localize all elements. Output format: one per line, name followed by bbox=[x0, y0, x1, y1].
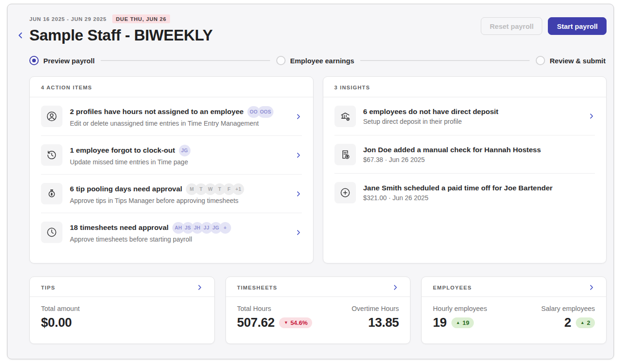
insight-title: Jane Smith scheduled a paid time off for… bbox=[363, 184, 553, 192]
profile-badge: OOS bbox=[258, 106, 273, 118]
action-item-clock-out[interactable]: 1 employee forgot to clock-out JG Update… bbox=[30, 136, 313, 174]
user-circle-icon bbox=[41, 106, 62, 127]
chevron-right-icon[interactable] bbox=[588, 113, 595, 120]
title-row: Sample Staff - BIWEEKLY bbox=[16, 27, 212, 44]
chevron-right-icon[interactable] bbox=[295, 190, 302, 197]
insights-header: 3 INSIGHTS bbox=[323, 77, 607, 97]
start-payroll-button[interactable]: Start payroll bbox=[548, 17, 607, 35]
action-item-title: 18 timesheets need approval bbox=[70, 223, 169, 232]
chevron-right-icon[interactable] bbox=[588, 284, 595, 291]
total-hours-metric: Total Hours 507.62 ▼54.6% bbox=[237, 305, 313, 330]
delta-down-badge: ▼54.6% bbox=[279, 317, 312, 328]
delta-value: 19 bbox=[463, 319, 469, 326]
chevron-right-icon[interactable] bbox=[295, 152, 302, 159]
metric-value: 13.85 bbox=[368, 316, 399, 330]
delta-value: 2 bbox=[587, 319, 590, 326]
stats-cards-row: TIPS Total amount $0.00 TIMESHEETS bbox=[29, 276, 607, 344]
triangle-up-icon: ▲ bbox=[580, 321, 585, 325]
action-item-body: 1 employee forgot to clock-out JG Update… bbox=[70, 145, 191, 166]
action-item-tip-pooling[interactable]: 6 tip pooling days need approval M T W T… bbox=[30, 175, 313, 213]
delta-value: 54.6% bbox=[290, 319, 307, 326]
tips-total-metric: Total amount $0.00 bbox=[41, 305, 80, 330]
summary-cards-row: 4 ACTION ITEMS 2 profiles have hours not… bbox=[29, 76, 607, 263]
tips-card: TIPS Total amount $0.00 bbox=[29, 276, 215, 344]
metric-value: 2 bbox=[564, 316, 571, 330]
step-label: Employee earnings bbox=[290, 57, 355, 65]
profile-badge: JG bbox=[179, 145, 191, 156]
step-connector bbox=[101, 60, 270, 61]
insight-subtitle: $321.00 · Jun 26 2025 bbox=[363, 194, 553, 202]
step-radio-icon bbox=[276, 56, 286, 65]
action-item-body: 6 tip pooling days need approval M T W T… bbox=[70, 183, 244, 204]
metric-label: Salary employees bbox=[541, 305, 595, 312]
step-label: Review & submit bbox=[550, 57, 606, 65]
metric-value: 19 bbox=[433, 316, 446, 330]
day-badge: +1 bbox=[232, 183, 244, 195]
metric-label: Total amount bbox=[41, 305, 80, 312]
insights-card: 3 INSIGHTS 6 employees do not have direc… bbox=[323, 76, 607, 263]
action-item-subtitle: Update missed time entries in Time page bbox=[70, 158, 191, 166]
metric-label: Overtime Hours bbox=[352, 305, 399, 312]
step-review-submit[interactable]: Review & submit bbox=[536, 56, 606, 65]
action-item-timesheets[interactable]: 18 timesheets need approval AH JS JH JJ … bbox=[30, 213, 313, 251]
clock-icon bbox=[41, 222, 62, 243]
step-radio-icon bbox=[29, 56, 39, 65]
chevron-right-icon[interactable] bbox=[392, 284, 399, 291]
action-items-header: 4 ACTION ITEMS bbox=[30, 77, 313, 97]
action-item-subtitle: Edit or delete unassigned time entries i… bbox=[70, 120, 273, 127]
header-left: JUN 16 2025 - JUN 29 2025 DUE THU, JUN 2… bbox=[29, 13, 212, 44]
reset-payroll-button[interactable]: Reset payroll bbox=[481, 17, 542, 35]
day-badges: M T W T F +1 bbox=[186, 183, 244, 195]
insight-direct-deposit[interactable]: 6 employees do not have direct deposit S… bbox=[323, 97, 607, 135]
chevron-right-icon[interactable] bbox=[295, 229, 302, 236]
profile-badges: AH JS JH JJ JG + bbox=[172, 222, 231, 234]
payroll-stepper: Preview payroll Employee earnings Review… bbox=[29, 56, 606, 65]
timesheets-card: TIMESHEETS Total Hours 507.62 ▼54.6% Ove… bbox=[225, 276, 411, 344]
step-preview-payroll[interactable]: Preview payroll bbox=[29, 56, 95, 65]
manual-check-icon bbox=[334, 144, 356, 165]
insight-subtitle: Setup direct deposit in their profile bbox=[363, 118, 498, 125]
timesheets-header: TIMESHEETS bbox=[237, 285, 277, 290]
pay-period-row: JUN 16 2025 - JUN 29 2025 DUE THU, JUN 2… bbox=[29, 14, 212, 23]
insight-title: Jon Doe added a manual check for Hannah … bbox=[363, 146, 541, 154]
action-item-title: 2 profiles have hours not assigned to an… bbox=[70, 108, 244, 116]
step-connector bbox=[360, 60, 530, 61]
pay-period-dates: JUN 16 2025 - JUN 29 2025 bbox=[29, 16, 107, 22]
triangle-up-icon: ▲ bbox=[456, 321, 460, 325]
page-title: Sample Staff - BIWEEKLY bbox=[29, 27, 212, 44]
overtime-hours-metric: Overtime Hours 13.85 bbox=[352, 305, 399, 330]
employees-header: EMPLOYEES bbox=[433, 285, 471, 290]
delta-up-badge: ▲2 bbox=[576, 317, 595, 328]
metric-label: Hourly employees bbox=[433, 305, 487, 312]
hourly-employees-metric: Hourly employees 19 ▲19 bbox=[433, 305, 487, 330]
profile-badges: OO OOS bbox=[247, 106, 273, 118]
header-actions: Reset payroll Start payroll bbox=[481, 17, 607, 44]
step-employee-earnings[interactable]: Employee earnings bbox=[276, 56, 355, 65]
chevron-right-icon[interactable] bbox=[295, 113, 302, 120]
action-item-unassigned-hours[interactable]: 2 profiles have hours not assigned to an… bbox=[30, 97, 313, 135]
action-item-subtitle: Approve tips in Tips Manager before appr… bbox=[70, 197, 244, 204]
tip-jar-icon bbox=[41, 183, 62, 204]
insight-title: 6 employees do not have direct deposit bbox=[363, 108, 498, 116]
bank-gear-icon bbox=[334, 106, 356, 127]
delta-up-badge: ▲19 bbox=[451, 317, 474, 328]
page-header: JUN 16 2025 - JUN 29 2025 DUE THU, JUN 2… bbox=[29, 13, 607, 44]
action-item-subtitle: Approve timesheets before starting payro… bbox=[70, 236, 231, 243]
action-item-title: 6 tip pooling days need approval bbox=[70, 185, 182, 193]
chevron-right-icon[interactable] bbox=[196, 284, 203, 291]
payroll-dashboard: JUN 16 2025 - JUN 29 2025 DUE THU, JUN 2… bbox=[7, 4, 614, 359]
history-clock-icon bbox=[41, 144, 62, 166]
action-items-card: 4 ACTION ITEMS 2 profiles have hours not… bbox=[29, 76, 314, 263]
profile-badges: JG bbox=[179, 145, 191, 156]
insight-manual-check[interactable]: Jon Doe added a manual check for Hannah … bbox=[323, 135, 607, 173]
due-date-badge: DUE THU, JUN 26 bbox=[112, 14, 171, 23]
metric-value: 507.62 bbox=[237, 316, 275, 330]
insight-paid-time-off[interactable]: Jane Smith scheduled a paid time off for… bbox=[323, 174, 607, 211]
employees-card: EMPLOYEES Hourly employees 19 ▲19 Salary… bbox=[421, 276, 607, 344]
step-label: Preview payroll bbox=[43, 57, 95, 65]
metric-label: Total Hours bbox=[237, 305, 313, 312]
back-chevron-icon[interactable] bbox=[16, 29, 25, 42]
salary-employees-metric: Salary employees 2 ▲2 bbox=[541, 305, 595, 330]
plus-circle-icon bbox=[334, 182, 356, 203]
triangle-down-icon: ▼ bbox=[284, 321, 288, 325]
